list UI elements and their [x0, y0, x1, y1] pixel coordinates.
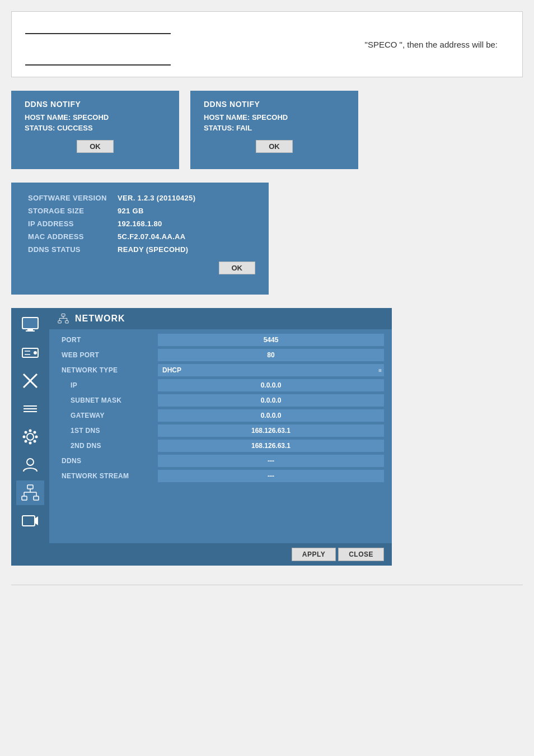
svg-point-19	[25, 431, 27, 434]
svg-point-16	[29, 442, 32, 445]
svg-point-22	[34, 431, 36, 434]
svg-point-21	[25, 440, 27, 443]
sidebar-icon-storage[interactable]	[16, 340, 44, 365]
field-label: NETWORK TYPE	[57, 366, 158, 374]
ddns-fail-ok-button[interactable]: OK	[256, 140, 293, 153]
svg-rect-34	[58, 321, 62, 323]
svg-rect-26	[34, 496, 39, 500]
instruction-text: "SPECO ", then the address will be:	[25, 40, 509, 49]
ddns-success-ok-button[interactable]: OK	[77, 140, 114, 153]
info-label: DDNS STATUS	[25, 243, 114, 256]
system-info-ok-button[interactable]: OK	[219, 262, 256, 274]
network-panel: NETWORK PORT5445WEB PORT80NETWORK TYPEDH…	[11, 308, 392, 566]
network-field-row: PORT5445	[57, 334, 384, 346]
ddns-fail-panel: DDNS NOTIFY HOST NAME: SPECOHD STATUS: F…	[190, 91, 358, 169]
network-field-row: NETWORK TYPEDHCP≡	[57, 364, 384, 376]
info-value: 921 GB	[114, 204, 255, 217]
network-content: NETWORK PORT5445WEB PORT80NETWORK TYPEDH…	[49, 308, 392, 566]
field-label: WEB PORT	[57, 351, 158, 359]
info-label: STORAGE SIZE	[25, 204, 114, 217]
close-button[interactable]: CLOSE	[338, 548, 384, 561]
field-label: NETWORK STREAM	[57, 472, 158, 480]
svg-point-6	[34, 351, 37, 354]
info-label: MAC ADDRESS	[25, 230, 114, 243]
field-value[interactable]: 0.0.0.0	[158, 379, 384, 391]
svg-point-15	[29, 430, 32, 432]
system-info-row: SOFTWARE VERSIONVER. 1.2.3 (20110425)	[25, 192, 255, 204]
info-value: 192.168.1.80	[114, 217, 255, 230]
field-value[interactable]: 0.0.0.0	[158, 394, 384, 407]
sidebar-icon-video[interactable]	[16, 508, 44, 533]
svg-rect-24	[27, 485, 33, 489]
ddns-fail-status: STATUS: FAIL	[204, 124, 252, 132]
field-value[interactable]: 0.0.0.0	[158, 409, 384, 422]
ddns-success-status: STATUS: CUCCESS	[25, 124, 93, 132]
field-label: 2ND DNS	[57, 442, 158, 450]
bottom-divider	[11, 585, 523, 585]
sidebar-icon-settings[interactable]	[16, 424, 44, 449]
dropdown-arrow-icon: ≡	[378, 367, 382, 374]
field-label: GATEWAY	[57, 412, 158, 419]
network-field-row: SUBNET MASK0.0.0.0	[57, 394, 384, 407]
field-value[interactable]: 168.126.63.1	[158, 440, 384, 452]
network-fields-area: PORT5445WEB PORT80NETWORK TYPEDHCP≡IP0.0…	[49, 329, 392, 543]
sidebar-icon-user[interactable]	[16, 452, 44, 477]
network-field-row: NETWORK STREAM---	[57, 470, 384, 482]
info-label: IP ADDRESS	[25, 217, 114, 230]
underline-line1	[25, 23, 171, 34]
apply-button[interactable]: APPLY	[292, 548, 336, 561]
field-label: 1ST DNS	[57, 427, 158, 435]
system-info-panel: SOFTWARE VERSIONVER. 1.2.3 (20110425)STO…	[11, 183, 269, 295]
sidebar-icon-display[interactable]	[16, 312, 44, 337]
network-footer: APPLY CLOSE	[49, 543, 392, 566]
network-field-row: 1ST DNS168.126.63.1	[57, 424, 384, 437]
svg-rect-4	[26, 330, 35, 332]
field-label: PORT	[57, 336, 158, 344]
svg-point-20	[34, 440, 36, 443]
network-sidebar	[11, 308, 49, 566]
ddns-fail-title: DDNS NOTIFY	[204, 100, 260, 109]
network-title: NETWORK	[75, 314, 125, 324]
field-label: DDNS	[57, 457, 158, 465]
network-field-row: WEB PORT80	[57, 349, 384, 361]
sidebar-icon-camera[interactable]	[16, 368, 44, 393]
svg-rect-35	[65, 321, 69, 323]
system-info-row: STORAGE SIZE921 GB	[25, 204, 255, 217]
info-value: 5C.F2.07.04.AA.AA	[114, 230, 255, 243]
ddns-success-title: DDNS NOTIFY	[25, 100, 81, 109]
system-info-row: MAC ADDRESS5C.F2.07.04.AA.AA	[25, 230, 255, 243]
system-info-row: DDNS STATUSREADY (SPECOHD)	[25, 243, 255, 256]
field-value[interactable]: ---	[158, 455, 384, 467]
svg-point-23	[27, 459, 34, 465]
field-label: SUBNET MASK	[57, 396, 158, 404]
field-value[interactable]: 5445	[158, 334, 384, 346]
field-value[interactable]: 80	[158, 349, 384, 361]
svg-rect-3	[27, 329, 33, 330]
network-field-row: DDNS---	[57, 455, 384, 467]
sidebar-icon-list[interactable]	[16, 396, 44, 421]
field-value[interactable]: 168.126.63.1	[158, 424, 384, 437]
svg-rect-33	[62, 314, 65, 316]
system-info-table: SOFTWARE VERSIONVER. 1.2.3 (20110425)STO…	[25, 192, 255, 256]
ddns-row: DDNS NOTIFY HOST NAME: SPECOHD STATUS: C…	[11, 91, 523, 169]
info-label: SOFTWARE VERSION	[25, 192, 114, 204]
svg-point-17	[23, 436, 26, 438]
svg-point-14	[27, 433, 34, 440]
network-field-row: GATEWAY0.0.0.0	[57, 409, 384, 422]
network-field-row: IP0.0.0.0	[57, 379, 384, 391]
info-value: VER. 1.2.3 (20110425)	[114, 192, 255, 204]
svg-point-18	[35, 436, 38, 438]
svg-rect-1	[23, 318, 38, 328]
ddns-success-panel: DDNS NOTIFY HOST NAME: SPECOHD STATUS: C…	[11, 91, 179, 169]
network-header-icon	[57, 312, 69, 325]
svg-rect-25	[22, 496, 27, 500]
info-value: READY (SPECOHD)	[114, 243, 255, 256]
field-value[interactable]: ---	[158, 470, 384, 482]
ddns-fail-host: HOST NAME: SPECOHD	[204, 113, 288, 122]
sidebar-icon-network[interactable]	[16, 480, 44, 505]
svg-rect-31	[22, 516, 35, 526]
field-value[interactable]: DHCP≡	[158, 364, 384, 376]
network-field-row: 2ND DNS168.126.63.1	[57, 440, 384, 452]
system-info-row: IP ADDRESS192.168.1.80	[25, 217, 255, 230]
field-label: IP	[57, 381, 158, 389]
